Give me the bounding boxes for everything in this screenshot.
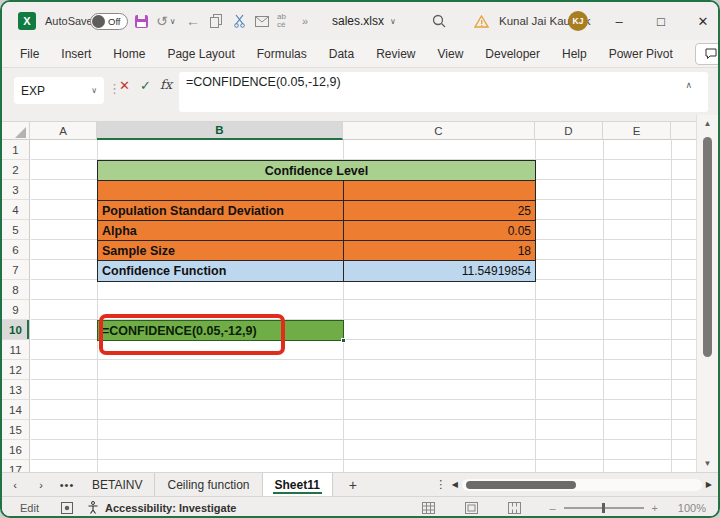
all-sheets-icon[interactable]: ••• xyxy=(54,473,80,496)
ribbon-tab-help[interactable]: Help xyxy=(562,42,587,66)
sheet-tab-sheet11[interactable]: Sheet11 xyxy=(263,473,333,496)
row-header-9[interactable]: 9 xyxy=(2,300,29,320)
scroll-down-icon[interactable]: ▼ xyxy=(697,459,718,468)
table-label-cell[interactable] xyxy=(98,181,344,200)
zoom-out-icon[interactable]: – xyxy=(549,502,555,514)
ribbon-tab-data[interactable]: Data xyxy=(329,42,354,66)
cells-grid[interactable]: Confidence Level Population Standard Dev… xyxy=(31,140,696,472)
table-value-cell[interactable]: 18 xyxy=(344,241,535,260)
column-header-b[interactable]: B xyxy=(97,122,343,140)
select-all-corner[interactable] xyxy=(2,122,30,140)
row-header-12[interactable]: 12 xyxy=(2,360,29,380)
tab-options-icon[interactable]: ⋮ xyxy=(434,478,448,491)
table-title-cell[interactable]: Confidence Level xyxy=(98,161,535,181)
cut-icon[interactable] xyxy=(233,2,246,40)
table-value-cell[interactable]: 11.54919854 xyxy=(344,261,535,281)
copy-icon[interactable] xyxy=(210,2,223,40)
ribbon-tab-power-pivot[interactable]: Power Pivot xyxy=(609,42,673,66)
row-header-17[interactable]: 17 xyxy=(2,460,29,472)
horizontal-scrollbar[interactable] xyxy=(462,479,702,491)
scroll-left-icon[interactable]: ◀ xyxy=(452,480,458,489)
next-sheet-icon[interactable]: › xyxy=(28,473,54,496)
row-header-1[interactable]: 1 xyxy=(2,140,29,160)
table-value-cell[interactable]: 25 xyxy=(344,201,535,220)
table-row-1[interactable] xyxy=(98,181,535,201)
row-header-10[interactable]: 10 xyxy=(2,320,29,340)
row-header-11[interactable]: 11 xyxy=(2,340,29,360)
formula-input[interactable]: =CONFIDENCE(0.05,-12,9) ∧ xyxy=(179,72,708,112)
collapse-formula-bar-icon[interactable]: ∧ xyxy=(685,80,692,90)
comments-button[interactable]: Comments xyxy=(695,43,720,65)
table-value-cell[interactable]: 0.05 xyxy=(344,221,535,240)
table-value-cell[interactable] xyxy=(344,181,535,200)
row-header-4[interactable]: 4 xyxy=(2,200,29,220)
table-row-2[interactable]: Population Standard Deviation25 xyxy=(98,201,535,221)
column-header-e[interactable]: E xyxy=(603,122,671,140)
vertical-scroll-thumb[interactable] xyxy=(703,137,712,357)
ribbon-tab-home[interactable]: Home xyxy=(113,42,145,66)
row-header-6[interactable]: 6 xyxy=(2,240,29,260)
zoom-slider-thumb[interactable] xyxy=(602,503,605,513)
table-label-cell[interactable]: Sample Size xyxy=(98,241,344,260)
row-header-16[interactable]: 16 xyxy=(2,440,29,460)
search-icon[interactable] xyxy=(432,2,446,40)
save-icon[interactable] xyxy=(135,2,148,40)
row-header-7[interactable]: 7 xyxy=(2,260,29,280)
ribbon-tab-review[interactable]: Review xyxy=(376,42,415,66)
table-row-3[interactable]: Alpha0.05 xyxy=(98,221,535,241)
table-row-5[interactable]: Confidence Function11.54919854 xyxy=(98,261,535,281)
insert-function-icon[interactable]: fx xyxy=(160,77,172,92)
zoom-slider[interactable] xyxy=(564,507,644,509)
close-button[interactable]: ✕ xyxy=(688,2,718,40)
column-header-c[interactable]: C xyxy=(343,122,535,140)
table-label-cell[interactable]: Population Standard Deviation xyxy=(98,201,344,220)
row-header-8[interactable]: 8 xyxy=(2,280,29,300)
ribbon-tab-file[interactable]: File xyxy=(20,42,39,66)
autosave-toggle[interactable]: Off xyxy=(90,2,128,40)
macro-record-icon[interactable] xyxy=(61,502,73,514)
cancel-icon[interactable]: ✕ xyxy=(119,78,130,93)
page-break-view-icon[interactable] xyxy=(508,502,521,514)
scroll-right-icon[interactable]: ▶ xyxy=(706,480,712,489)
ribbon-tab-page-layout[interactable]: Page Layout xyxy=(167,42,234,66)
name-box[interactable]: EXP∨ xyxy=(14,77,104,104)
translate-icon[interactable]: abcé xyxy=(277,2,286,40)
excel-logo-icon[interactable]: X xyxy=(18,2,36,40)
row-header-15[interactable]: 15 xyxy=(2,420,29,440)
enter-icon[interactable]: ✓ xyxy=(140,78,151,93)
normal-view-icon[interactable] xyxy=(422,502,435,514)
ribbon-tab-formulas[interactable]: Formulas xyxy=(257,42,307,66)
row-header-3[interactable]: 3 xyxy=(2,180,29,200)
zoom-in-icon[interactable]: + xyxy=(652,502,658,514)
ribbon-tab-developer[interactable]: Developer xyxy=(485,42,540,66)
scroll-up-icon[interactable]: ▲ xyxy=(697,119,718,128)
prev-sheet-icon[interactable]: ‹ xyxy=(2,473,28,496)
zoom-level[interactable]: 100% xyxy=(672,502,706,514)
mail-icon[interactable] xyxy=(255,2,269,40)
vertical-scrollbar[interactable]: ▲ ▼ xyxy=(696,115,718,472)
row-header-13[interactable]: 13 xyxy=(2,380,29,400)
document-title[interactable]: sales.xlsx∨ xyxy=(332,2,396,40)
avatar[interactable]: KJ xyxy=(568,2,588,40)
page-layout-view-icon[interactable] xyxy=(465,502,478,514)
row-header-2[interactable]: 2 xyxy=(2,160,29,180)
accessibility-status[interactable]: Accessibility: Investigate xyxy=(105,502,236,514)
sheet-tab-betainv[interactable]: BETAINV xyxy=(80,473,155,496)
undo-icon[interactable]: ↺∨ xyxy=(156,2,176,40)
ribbon-tab-view[interactable]: View xyxy=(438,42,464,66)
minimize-button[interactable]: – xyxy=(604,2,634,40)
ribbon-tab-insert[interactable]: Insert xyxy=(61,42,91,66)
table-row-4[interactable]: Sample Size18 xyxy=(98,241,535,261)
horizontal-scroll-thumb[interactable] xyxy=(466,481,576,489)
column-header-d[interactable]: D xyxy=(535,122,603,140)
row-header-5[interactable]: 5 xyxy=(2,220,29,240)
table-label-cell[interactable]: Alpha xyxy=(98,221,344,240)
fill-handle[interactable] xyxy=(341,338,346,343)
warning-icon[interactable] xyxy=(474,2,489,40)
accessibility-icon[interactable] xyxy=(87,501,99,514)
back-icon[interactable]: ← xyxy=(186,2,200,40)
sheet-tab-ceiling-function[interactable]: Ceiling function xyxy=(155,473,262,496)
table-label-cell[interactable]: Confidence Function xyxy=(98,261,344,281)
maximize-button[interactable]: □ xyxy=(646,2,676,40)
new-sheet-button[interactable]: + xyxy=(333,473,373,496)
